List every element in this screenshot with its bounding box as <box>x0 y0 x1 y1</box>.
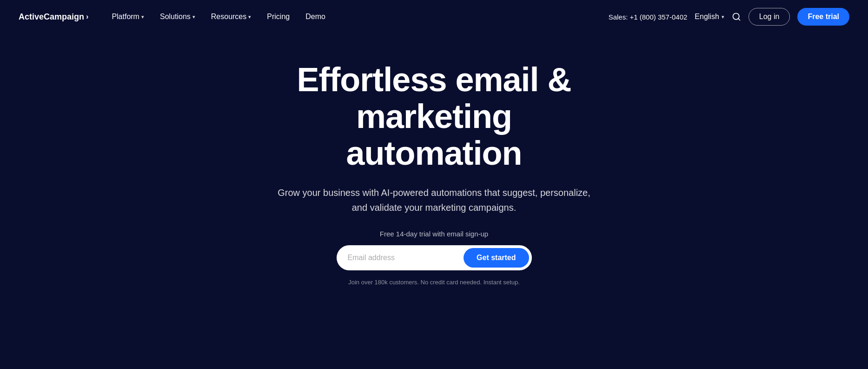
brand-logo[interactable]: ActiveCampaign › <box>19 12 88 22</box>
chevron-down-icon: ▾ <box>248 14 251 20</box>
search-icon <box>732 12 741 21</box>
hero-section: Effortless email & marketing automation … <box>0 34 868 323</box>
hero-title: Effortless email & marketing automation <box>225 61 643 172</box>
nav-resources-label: Resources <box>211 13 246 21</box>
email-input[interactable] <box>348 254 464 262</box>
nav-platform-label: Platform <box>112 13 139 21</box>
chevron-down-icon: ▾ <box>722 14 724 20</box>
language-label: English <box>695 13 719 21</box>
chevron-down-icon: ▾ <box>192 14 195 20</box>
login-button[interactable]: Log in <box>749 8 790 26</box>
nav-right: Sales: +1 (800) 357-0402 English ▾ Log i… <box>609 8 849 26</box>
navbar: ActiveCampaign › Platform ▾ Solutions ▾ … <box>0 0 868 34</box>
nav-demo-label: Demo <box>305 13 325 21</box>
svg-line-1 <box>738 19 740 20</box>
brand-logo-text: ActiveCampaign <box>19 12 84 22</box>
search-button[interactable] <box>732 12 741 21</box>
hero-subtitle: Grow your business with AI-powered autom… <box>276 185 592 215</box>
nav-item-platform[interactable]: Platform ▾ <box>105 9 151 25</box>
nav-links: Platform ▾ Solutions ▾ Resources ▾ Prici… <box>105 9 608 25</box>
hero-title-line2: automation <box>346 134 522 172</box>
nav-solutions-label: Solutions <box>160 13 191 21</box>
get-started-button[interactable]: Get started <box>464 248 529 268</box>
hero-note: Join over 180k customers. No credit card… <box>348 279 520 286</box>
brand-logo-arrow: › <box>86 13 88 21</box>
hero-trial-label: Free 14-day trial with email sign-up <box>380 230 488 238</box>
email-signup-form: Get started <box>337 245 532 270</box>
nav-item-resources[interactable]: Resources ▾ <box>205 9 258 25</box>
nav-item-solutions[interactable]: Solutions ▾ <box>153 9 202 25</box>
free-trial-button[interactable]: Free trial <box>797 8 849 26</box>
nav-pricing-label: Pricing <box>267 13 290 21</box>
nav-item-demo[interactable]: Demo <box>299 9 332 25</box>
nav-item-pricing[interactable]: Pricing <box>260 9 296 25</box>
language-selector[interactable]: English ▾ <box>695 13 724 21</box>
chevron-down-icon: ▾ <box>141 14 144 20</box>
nav-sales-number: Sales: +1 (800) 357-0402 <box>609 13 688 21</box>
hero-title-line1: Effortless email & marketing <box>297 61 571 135</box>
